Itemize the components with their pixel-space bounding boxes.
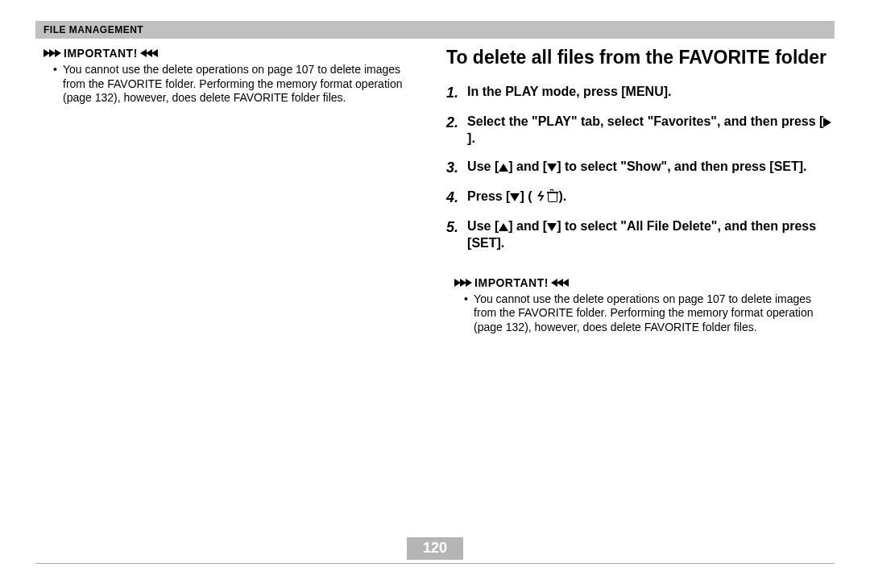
down-arrow-icon	[547, 223, 557, 231]
flash-icon: ϟ	[536, 190, 544, 202]
left-column: IMPORTANT! You cannot use the delete ope…	[35, 47, 424, 334]
step-number: 2.	[446, 114, 466, 132]
page-footer: 120	[35, 537, 835, 564]
bullet-item: You cannot use the delete operations on …	[63, 63, 424, 106]
content-columns: IMPORTANT! You cannot use the delete ope…	[35, 47, 835, 334]
up-arrow-icon	[499, 223, 508, 231]
important-heading-right: IMPORTANT!	[454, 276, 835, 289]
down-arrow-icon	[510, 193, 520, 201]
procedure-steps: 1. In the PLAY mode, press [MENU]. 2. Se…	[446, 84, 835, 252]
trash-icon	[547, 191, 558, 202]
arrows-left-icon	[141, 49, 158, 57]
section-header-title: File Management	[44, 24, 143, 35]
step-2: 2. Select the "PLAY" tab, select "Favori…	[446, 114, 835, 147]
right-arrow-icon	[823, 118, 831, 127]
arrows-right-icon	[454, 279, 471, 287]
arrows-right-icon	[44, 49, 60, 57]
important-heading-left: IMPORTANT!	[44, 47, 424, 60]
important-label-left: IMPORTANT!	[64, 47, 138, 60]
important-label-right: IMPORTANT!	[474, 276, 549, 289]
procedure-title: To delete all files from the FAVORITE fo…	[446, 47, 835, 69]
bullet-item: You cannot use the delete operations on …	[474, 292, 835, 335]
important-block-right: IMPORTANT! You cannot use the delete ope…	[446, 276, 835, 335]
step-4: 4. Press [] ( ϟ ).	[446, 188, 835, 207]
step-5: 5. Use [] and [] to select "All File Del…	[446, 218, 835, 252]
footer-divider	[35, 563, 835, 564]
step-number: 1.	[446, 84, 466, 102]
step-number: 4.	[446, 188, 466, 207]
important-bullets-right: You cannot use the delete operations on …	[454, 292, 835, 335]
page-number-badge: 120	[407, 537, 463, 560]
up-arrow-icon	[499, 164, 508, 172]
step-body: Press [] ( ϟ ).	[467, 188, 835, 205]
arrows-left-icon	[552, 279, 569, 287]
section-header-bar: File Management	[35, 21, 835, 39]
step-body: Use [] and [] to select "All File Delete…	[467, 218, 835, 252]
down-arrow-icon	[547, 164, 557, 172]
right-column: To delete all files from the FAVORITE fo…	[446, 47, 835, 334]
step-3: 3. Use [] and [] to select "Show", and t…	[446, 159, 835, 177]
step-number: 3.	[446, 159, 466, 177]
step-1: 1. In the PLAY mode, press [MENU].	[446, 84, 835, 102]
step-body: In the PLAY mode, press [MENU].	[467, 84, 835, 101]
step-body: Select the "PLAY" tab, select "Favorites…	[467, 114, 835, 147]
step-body: Use [] and [] to select "Show", and then…	[467, 159, 835, 176]
manual-page: File Management IMPORTANT! You cannot us…	[0, 0, 870, 588]
important-bullets-left: You cannot use the delete operations on …	[44, 63, 424, 106]
step-number: 5.	[446, 218, 466, 237]
